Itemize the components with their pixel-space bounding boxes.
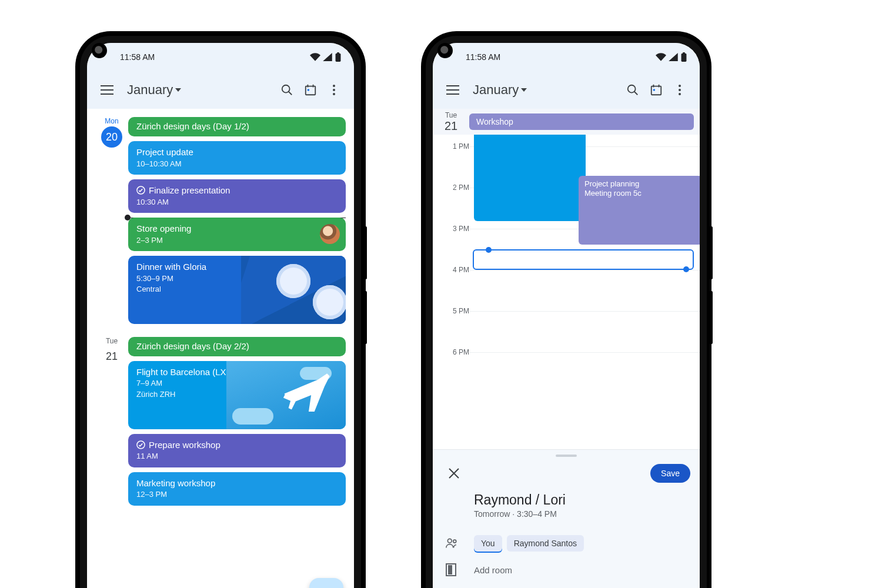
add-room-button[interactable]: Add room xyxy=(474,565,512,575)
chevron-down-icon xyxy=(521,88,527,92)
close-sheet-button[interactable] xyxy=(442,462,466,485)
attendee-chip-you[interactable]: You xyxy=(474,535,502,552)
check-circle-icon xyxy=(136,186,145,195)
all-day-row: Tue 21 Workshop xyxy=(433,109,700,135)
event[interactable]: Prepare workshop11 AM xyxy=(128,434,346,467)
event[interactable]: Store opening2–3 PM xyxy=(128,218,346,251)
event[interactable]: Marketing workshop12–3 PM xyxy=(128,472,346,506)
overflow-button[interactable] xyxy=(322,78,346,102)
svg-point-18 xyxy=(653,89,656,91)
all-day-event[interactable]: Workshop xyxy=(469,113,694,130)
app-bar: January xyxy=(87,71,354,109)
event-title: Finalize presentation xyxy=(149,185,230,195)
event[interactable]: Zürich design days (Day 1/2) xyxy=(128,117,346,136)
hour-label: 1 PM xyxy=(433,142,474,151)
search-button[interactable] xyxy=(275,78,299,102)
resize-handle-top[interactable] xyxy=(486,247,492,253)
day-header-number: 21 xyxy=(433,119,469,133)
menu-button[interactable] xyxy=(95,78,119,102)
event-subtitle: 11 AM xyxy=(136,452,338,461)
status-time: 11:58 AM xyxy=(466,52,500,62)
event-title: Zürich design days (Day 2/2) xyxy=(136,341,249,351)
day-header-weekday: Tue xyxy=(433,111,469,119)
today-button[interactable] xyxy=(644,78,668,102)
search-button[interactable] xyxy=(621,78,644,102)
grid-event[interactable]: Project planningMeeting room 5c xyxy=(579,176,700,245)
svg-point-6 xyxy=(308,89,310,91)
svg-point-2 xyxy=(282,85,290,93)
cell-signal-icon xyxy=(669,53,678,61)
day-grid[interactable]: 1 PM2 PM3 PM4 PM5 PM6 PMMeeting room 4aP… xyxy=(433,135,700,382)
resize-handle-bottom[interactable] xyxy=(683,266,689,272)
event[interactable]: Dinner with Gloria5:30–9 PMCentral xyxy=(128,256,346,324)
hour-label: 5 PM xyxy=(433,307,474,315)
hour-line xyxy=(469,270,700,270)
hour-line xyxy=(469,311,700,312)
app-bar: January xyxy=(433,71,700,109)
new-event-slot[interactable] xyxy=(473,249,694,270)
close-icon xyxy=(449,468,459,479)
hour-label: 3 PM xyxy=(433,225,474,233)
hour-label: 4 PM xyxy=(433,266,474,274)
event[interactable]: Project update10–10:30 AM xyxy=(128,141,346,175)
day-weekday: Tue xyxy=(95,337,128,345)
grid-event[interactable]: Meeting room 4a xyxy=(474,135,586,221)
people-icon xyxy=(446,538,459,549)
event-illustration xyxy=(241,256,346,324)
event-subtitle: 2–3 PM xyxy=(136,236,338,245)
svg-point-19 xyxy=(679,85,681,87)
month-picker[interactable]: January xyxy=(473,82,519,98)
day-number: 21 xyxy=(101,346,122,368)
front-camera xyxy=(437,43,453,58)
svg-rect-5 xyxy=(313,85,314,88)
event[interactable]: Flight to Barcelona (LX 1952)7–9 AMZüric… xyxy=(128,361,346,429)
svg-rect-25 xyxy=(448,565,452,574)
svg-rect-12 xyxy=(681,54,687,62)
svg-point-22 xyxy=(447,539,452,543)
more-vert-icon xyxy=(679,85,681,95)
chevron-down-icon xyxy=(175,88,181,92)
svg-rect-17 xyxy=(659,85,660,88)
event-title: Zürich design days (Day 1/2) xyxy=(136,121,249,131)
event-subtitle: Meeting room 5c xyxy=(584,189,696,198)
battery-icon xyxy=(681,52,687,62)
event[interactable]: Zürich design days (Day 2/2) xyxy=(128,337,346,356)
event-subtitle: 10–10:30 AM xyxy=(136,159,338,169)
front-camera xyxy=(92,43,107,58)
wifi-icon xyxy=(310,53,320,61)
attendee-chip[interactable]: Raymond Santos xyxy=(507,535,584,552)
event-title: Project planning xyxy=(584,179,696,189)
event-title: Project update xyxy=(136,147,193,157)
hamburger-icon xyxy=(446,85,459,95)
search-icon xyxy=(626,83,639,96)
all-day-event-title: Workshop xyxy=(476,117,513,126)
attendee-avatar xyxy=(320,224,340,244)
svg-rect-16 xyxy=(653,85,654,88)
svg-rect-4 xyxy=(308,85,309,88)
event-time-summary[interactable]: Tomorrow · 3:30–4 PM xyxy=(474,509,700,519)
sheet-handle[interactable] xyxy=(556,455,577,457)
overflow-button[interactable] xyxy=(668,78,691,102)
event-subtitle: 10:30 AM xyxy=(136,198,338,207)
event[interactable]: Finalize presentation10:30 AM xyxy=(128,179,346,213)
check-circle-icon xyxy=(136,440,145,449)
event-title: Store opening xyxy=(136,223,191,233)
status-time: 11:58 AM xyxy=(120,52,155,62)
create-event-fab[interactable] xyxy=(309,578,343,588)
svg-point-14 xyxy=(628,85,636,93)
today-button[interactable] xyxy=(299,78,322,102)
hour-label: 2 PM xyxy=(433,183,474,192)
hamburger-icon xyxy=(101,85,113,95)
status-bar: 11:58 AM xyxy=(87,43,354,71)
month-picker[interactable]: January xyxy=(127,82,173,98)
event-title: Marketing workshop xyxy=(136,478,215,488)
svg-point-23 xyxy=(453,540,456,543)
calendar-today-icon xyxy=(304,83,317,96)
svg-rect-1 xyxy=(337,52,339,54)
save-button[interactable]: Save xyxy=(650,464,690,483)
svg-rect-3 xyxy=(306,86,316,95)
event-title-input[interactable]: Raymond / Lori xyxy=(474,492,700,508)
wifi-icon xyxy=(656,53,666,61)
menu-button[interactable] xyxy=(441,78,465,102)
day-weekday: Mon xyxy=(95,117,128,125)
